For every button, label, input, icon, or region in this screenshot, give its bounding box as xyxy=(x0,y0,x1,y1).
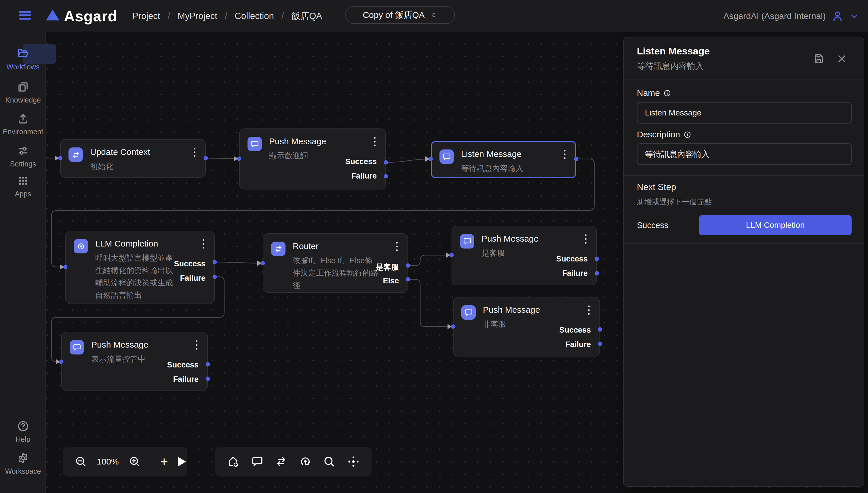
output-port-label[interactable]: Success xyxy=(345,157,377,166)
sidebar-item-label: Apps xyxy=(15,190,31,198)
output-port-label[interactable]: Failure xyxy=(180,274,205,283)
chat-bubble-icon xyxy=(247,137,262,151)
hamburger-menu-icon[interactable] xyxy=(19,11,31,20)
kebab-menu-icon[interactable] xyxy=(190,147,199,158)
node-push-message-rate-limit[interactable]: Push Message 表示流量控管中 Success Failure xyxy=(61,332,208,391)
kebab-menu-icon[interactable] xyxy=(192,339,201,351)
user-icon[interactable] xyxy=(831,9,844,23)
breadcrumb-project[interactable]: Project xyxy=(132,11,160,21)
next-step-success-button[interactable]: LLM Completion xyxy=(699,215,852,235)
output-port-label[interactable]: Failure xyxy=(565,340,591,349)
kebab-menu-icon[interactable] xyxy=(199,238,208,250)
node-title: Push Message xyxy=(91,340,148,349)
sidebar-item-settings[interactable]: Settings xyxy=(0,144,46,168)
output-port-label[interactable]: Success xyxy=(167,361,199,369)
sidebar: Workflows Knowledge Environment Settings… xyxy=(0,32,46,493)
next-step-title: Next Step xyxy=(637,182,676,192)
name-field-label: Name xyxy=(637,88,671,98)
node-title: Push Message xyxy=(269,136,326,146)
chat-bubble-icon xyxy=(461,305,476,320)
output-port-label[interactable]: Failure xyxy=(351,172,377,180)
output-port-label[interactable]: Failure xyxy=(562,269,588,278)
node-description: 依據If、Else If、Else條 件決定工作流程執行的路 徑 xyxy=(293,255,382,292)
llm-icon[interactable] xyxy=(299,455,312,468)
help-circle-icon xyxy=(16,420,30,433)
swap-arrows-icon[interactable] xyxy=(274,455,288,468)
info-icon[interactable] xyxy=(684,131,691,138)
node-listen-message[interactable]: Listen Message 等待訊息內容輸入 xyxy=(431,141,576,178)
workflow-selector-label: Copy of 飯店QA xyxy=(363,9,424,21)
node-title: Listen Message xyxy=(461,149,521,159)
add-node-icon[interactable]: + xyxy=(160,455,168,468)
node-title: Update Context xyxy=(90,147,150,157)
sidebar-item-label: Settings xyxy=(10,160,36,168)
zoom-out-icon[interactable] xyxy=(75,455,87,468)
panel-divider xyxy=(624,243,864,244)
sidebar-item-label: Knowledge xyxy=(5,96,41,104)
folder-icon xyxy=(16,47,30,61)
chevron-down-icon[interactable] xyxy=(849,11,859,21)
breadcrumb: Project / MyProject / Collection / 飯店QA xyxy=(132,0,322,32)
kebab-menu-icon[interactable] xyxy=(393,241,401,252)
output-port-label[interactable]: Failure xyxy=(173,375,199,384)
sidebar-item-label: Workflows xyxy=(7,63,40,71)
workflow-selector-dropdown[interactable]: Copy of 飯店QA xyxy=(346,6,455,24)
chat-bubble-icon xyxy=(70,340,84,355)
asgard-logo-icon xyxy=(46,9,59,20)
node-llm-completion[interactable]: LLM Completion 呼叫大型語言模型並產 生結構化的資料輸出以 輔助流… xyxy=(65,231,215,304)
node-subtitle: 是客服 xyxy=(482,247,505,259)
node-push-message-not-agent[interactable]: Push Message 非客服 Success Failure xyxy=(453,297,600,357)
node-subtitle: 顯示歡迎詞 xyxy=(269,150,308,162)
move-icon[interactable] xyxy=(347,455,360,468)
chevron-up-down-icon xyxy=(430,11,438,19)
book-icon xyxy=(16,80,30,93)
node-push-message-welcome[interactable]: Push Message 顯示歡迎詞 Success Failure xyxy=(239,128,386,190)
kebab-menu-icon[interactable] xyxy=(581,233,590,245)
sidebar-item-apps[interactable]: Apps xyxy=(0,174,46,198)
output-port-label[interactable]: Success xyxy=(559,326,591,335)
panel-divider xyxy=(624,175,864,176)
node-config-panel: Listen Message 等待訊息內容輸入 Name Listen Mess… xyxy=(623,37,864,487)
panel-title: Listen Message xyxy=(637,45,710,57)
topbar-account: AsgardAI (Asgard Internal) xyxy=(724,0,859,32)
sidebar-item-workspace[interactable]: Workspace xyxy=(0,452,46,475)
kebab-menu-icon[interactable] xyxy=(584,304,593,316)
search-icon[interactable] xyxy=(322,455,336,468)
output-port-label[interactable]: 是客服 xyxy=(376,262,399,273)
breadcrumb-separator: / xyxy=(282,11,284,21)
sidebar-item-knowledge[interactable]: Knowledge xyxy=(0,80,46,104)
node-update-context[interactable]: Update Context 初始化 xyxy=(60,139,206,178)
node-title: Push Message xyxy=(482,234,538,243)
node-subtitle: 等待訊息內容輸入 xyxy=(461,163,523,175)
node-title: Push Message xyxy=(483,305,540,315)
output-port-label[interactable]: Success xyxy=(174,259,205,269)
kebab-menu-icon[interactable] xyxy=(560,149,569,160)
save-icon[interactable] xyxy=(813,52,825,65)
node-push-message-agent[interactable]: Push Message 是客服 Success Failure xyxy=(451,226,597,285)
breadcrumb-separator: / xyxy=(168,11,170,21)
add-home-icon[interactable] xyxy=(226,455,240,468)
node-router[interactable]: Router 依據If、Else If、Else條 件決定工作流程執行的路 徑 … xyxy=(263,233,408,293)
output-port-label[interactable]: Success xyxy=(556,255,588,263)
output-port-label[interactable]: Else xyxy=(383,276,399,285)
asgard-logo-text: Asgard xyxy=(64,7,117,25)
sidebar-item-environment[interactable]: Environment xyxy=(0,112,46,136)
zoom-in-icon[interactable] xyxy=(129,455,141,468)
kebab-menu-icon[interactable] xyxy=(371,136,379,147)
chat-bubble-icon xyxy=(460,234,474,249)
close-icon[interactable] xyxy=(836,52,848,65)
breadcrumb-current[interactable]: 飯店QA xyxy=(291,10,322,22)
name-input[interactable]: Listen Message xyxy=(637,102,852,124)
zoom-level: 100% xyxy=(97,457,119,467)
sidebar-item-help[interactable]: Help xyxy=(0,420,46,444)
info-icon[interactable] xyxy=(663,89,671,97)
llm-icon xyxy=(74,239,88,253)
chat-bubble-icon[interactable] xyxy=(251,455,264,468)
account-label: AsgardAI (Asgard Internal) xyxy=(724,11,826,21)
run-workflow-icon[interactable] xyxy=(178,455,186,468)
sidebar-item-workflows[interactable]: Workflows xyxy=(0,47,46,71)
description-input[interactable]: 等待訊息內容輸入 xyxy=(637,144,852,165)
breadcrumb-collection[interactable]: Collection xyxy=(235,11,274,21)
chat-bubble-icon xyxy=(440,149,454,164)
breadcrumb-myproject[interactable]: MyProject xyxy=(178,11,217,21)
